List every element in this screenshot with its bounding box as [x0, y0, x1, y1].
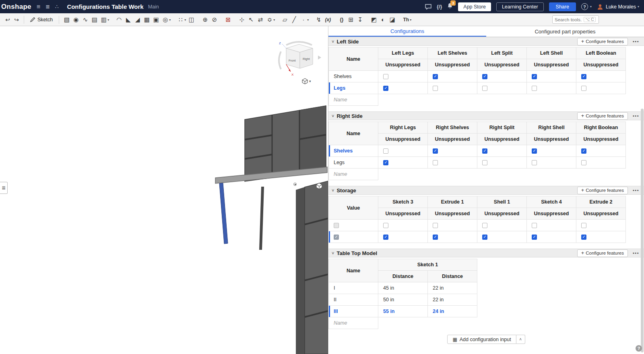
new-config-name-input[interactable]: Name	[329, 94, 378, 106]
thread-icon[interactable]: Th	[401, 17, 411, 22]
value-checkbox[interactable]	[334, 235, 339, 240]
rotate-right-icon[interactable]	[318, 56, 321, 60]
suppression-checkbox[interactable]	[383, 86, 388, 91]
right-side-section-header[interactable]: ˅ Right Side + Configure features •••	[328, 111, 644, 120]
configure-features-button[interactable]: + Configure features	[577, 38, 628, 45]
delete-part-icon[interactable]: ⊠	[223, 16, 233, 23]
new-config-row[interactable]: Name	[329, 169, 626, 180]
collapse-chevron-icon[interactable]: ˅	[332, 188, 334, 193]
suppression-checkbox[interactable]	[482, 235, 487, 240]
configure-features-button[interactable]: + Configure features	[577, 249, 628, 257]
tab-configured-part-properties[interactable]: Configured part properties	[486, 26, 644, 37]
view-options-menu[interactable]: ▾	[302, 78, 311, 84]
overflow-menu-icon[interactable]: •••	[633, 188, 639, 193]
draft-icon[interactable]: ◢	[133, 16, 142, 23]
hole-dropdown-icon[interactable]: ▾	[169, 18, 171, 22]
chat-icon[interactable]	[425, 4, 431, 10]
config-row[interactable]: Legs	[329, 157, 626, 169]
suppression-checkbox[interactable]	[433, 74, 438, 79]
viewcube-front-label[interactable]: Front	[289, 59, 296, 62]
table-leg[interactable]	[259, 187, 264, 250]
suppression-checkbox[interactable]	[581, 235, 586, 240]
tab-configurations[interactable]: Configurations	[328, 26, 486, 37]
config-row[interactable]	[329, 231, 626, 243]
linear-pattern-icon[interactable]: ∷	[176, 16, 185, 23]
storage-unit[interactable]	[305, 181, 328, 354]
suppression-checkbox[interactable]	[482, 223, 487, 228]
config-row[interactable]: Legs	[329, 82, 626, 94]
sheet-metal-icon[interactable]: ◪	[388, 16, 397, 23]
search-tools-box[interactable]: ⌥ C	[552, 15, 599, 24]
new-config-row[interactable]: Name	[329, 94, 626, 106]
suppression-checkbox[interactable]	[383, 235, 388, 240]
feature-list-toggle[interactable]: ≣	[0, 182, 8, 194]
suppression-checkbox[interactable]	[532, 223, 537, 228]
suppression-checkbox[interactable]	[532, 160, 537, 165]
distance-value-cell[interactable]: 50 in	[378, 294, 428, 306]
table-top-section-header[interactable]: ˅ Table Top Model + Configure features •…	[328, 249, 644, 257]
line-icon[interactable]: ╱	[289, 16, 299, 23]
panel-help-icon[interactable]: ?	[636, 345, 642, 352]
move-face-icon[interactable]: ↖	[246, 16, 256, 23]
suppression-checkbox[interactable]	[532, 235, 537, 240]
config-row[interactable]: I 45 in 22 in	[329, 282, 477, 294]
config-row[interactable]: Shelves	[329, 71, 626, 82]
suppression-checkbox[interactable]	[433, 148, 438, 154]
collapse-chevron-icon[interactable]: ˅	[332, 39, 334, 44]
viewcube-right-label[interactable]: Right	[303, 57, 310, 61]
mirror-icon[interactable]: ◫	[187, 16, 196, 23]
suppression-checkbox[interactable]	[433, 235, 438, 240]
help-icon[interactable]: ?	[581, 3, 588, 10]
featurescript-notices-icon[interactable]: {/}	[437, 4, 442, 10]
derived-icon[interactable]: ⊞	[346, 16, 355, 23]
variable-icon[interactable]: (x)	[323, 17, 332, 22]
origin-point[interactable]	[293, 183, 297, 186]
suppression-checkbox[interactable]	[532, 148, 537, 154]
distance-value-cell[interactable]: 24 in	[428, 306, 477, 317]
app-store-button[interactable]: App Store	[458, 2, 491, 11]
suppression-checkbox[interactable]	[482, 160, 487, 165]
linear-pattern-dropdown-icon[interactable]: ▾	[184, 18, 186, 22]
configure-features-button[interactable]: + Configure features	[577, 187, 628, 194]
collapse-chevron-icon[interactable]: ˅	[332, 114, 334, 118]
offset-surface-icon[interactable]: ≎	[265, 16, 274, 23]
new-config-name-input[interactable]: Name	[329, 317, 378, 329]
suppression-checkbox[interactable]	[482, 86, 487, 91]
workspace-name[interactable]: Main	[148, 4, 159, 10]
featurescript-icon[interactable]: {}	[337, 17, 346, 22]
config-name-cell[interactable]: Legs	[329, 157, 378, 169]
thicken-dropdown-icon[interactable]: ▾	[107, 18, 109, 22]
fillet-icon[interactable]: ◠	[114, 16, 124, 23]
add-configuration-input-button[interactable]: ▦ Add configuration input	[447, 335, 516, 344]
hamburger-menu-icon[interactable]: ≡	[37, 4, 40, 10]
new-config-row[interactable]: Name	[329, 317, 477, 329]
suppression-checkbox[interactable]	[532, 74, 537, 79]
user-menu[interactable]: Luke Morales ▾	[597, 4, 639, 10]
config-name-cell[interactable]: I	[329, 282, 378, 294]
view-cube[interactable]: Front Right Z X	[276, 39, 322, 82]
rotate-arrow-icon[interactable]	[279, 51, 281, 69]
suppression-checkbox[interactable]	[433, 160, 438, 165]
suppression-checkbox[interactable]	[482, 148, 487, 154]
add-input-dropdown-button[interactable]: ˄	[516, 335, 525, 344]
versions-icon[interactable]: ≣	[45, 4, 50, 9]
learning-center-button[interactable]: Learning Center	[496, 2, 544, 11]
chamfer-icon[interactable]: ◣	[124, 16, 133, 23]
revolve-icon[interactable]: ◉	[71, 16, 80, 23]
thread-dropdown-icon[interactable]: ▾	[410, 18, 411, 22]
sweep-icon[interactable]: ∿	[80, 16, 90, 23]
suppression-checkbox[interactable]	[581, 148, 586, 154]
config-name-cell[interactable]: Legs	[329, 82, 378, 94]
table-leg-selected[interactable]	[219, 183, 228, 244]
point-icon[interactable]: ∙	[299, 16, 308, 23]
suppression-checkbox[interactable]	[581, 74, 586, 79]
config-name-cell[interactable]: Shelves	[329, 71, 378, 82]
overflow-menu-icon[interactable]: •••	[633, 39, 639, 44]
overflow-menu-icon[interactable]: •••	[633, 251, 639, 255]
suppression-checkbox[interactable]	[433, 223, 438, 228]
search-tools-input[interactable]	[555, 17, 582, 22]
boolean-icon[interactable]: ⊕	[200, 16, 210, 23]
collapse-chevron-icon[interactable]: ˅	[332, 251, 334, 255]
config-row[interactable]: III 55 in 24 in	[329, 306, 477, 317]
notifications-bell[interactable]: 3	[447, 3, 453, 10]
